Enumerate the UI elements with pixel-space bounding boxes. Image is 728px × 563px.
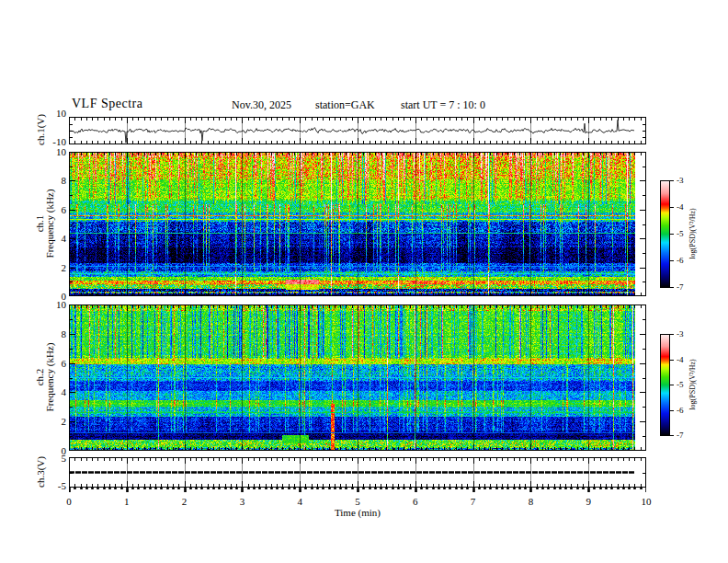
time-tick-label: 1 [110, 496, 143, 507]
spec2-ytick-label: 0 [39, 445, 66, 456]
colorbar2-tick-label: -4 [677, 355, 699, 364]
page-title: VLF Spectra [72, 98, 142, 109]
colorbar1-tick-label: -3 [677, 176, 699, 185]
time-tick-label: 5 [341, 496, 374, 507]
time-axis-title: Time (min) [302, 507, 413, 518]
ch1-spectrogram [69, 152, 646, 296]
ch1-waveform-plot [69, 117, 646, 144]
spec2-axis-title: ch.2 Frequency (kHz) [35, 343, 55, 412]
spec2-ytick-label: 10 [39, 299, 66, 310]
time-tick-label: 3 [225, 496, 258, 507]
station-label: station=GAK [315, 99, 375, 111]
colorbar1-tick-label: -5 [677, 229, 699, 238]
spec1-frequency-label: Frequency (kHz) [45, 190, 55, 259]
spec2-ytick-label: 6 [39, 358, 66, 369]
spec2-frequency-label: Frequency (kHz) [45, 343, 55, 412]
spec1-ytick-label: 4 [39, 233, 66, 244]
spec1-ytick-label: 8 [39, 175, 66, 186]
time-tick-label: 6 [399, 496, 432, 507]
spec2-ytick-label: 2 [39, 416, 66, 427]
spec1-ytick-label: 2 [39, 262, 66, 273]
colorbar1-tick-label: -7 [677, 282, 699, 292]
spec1-ytick-label: 10 [39, 146, 66, 157]
start-ut-label: start UT = 7 : 10: 0 [401, 99, 485, 111]
spec2-ytick-label: 4 [39, 386, 66, 397]
date-label: Nov.30, 2025 [232, 99, 291, 111]
colorbar2-tick-label: -7 [677, 431, 699, 440]
time-tick-label: 8 [514, 496, 547, 507]
time-tick-label: 7 [457, 496, 490, 507]
ch2-colorbar [659, 328, 676, 441]
colorbar1-tick-label: -6 [677, 256, 699, 265]
time-tick-label: 10 [630, 496, 663, 507]
ch1-wave-axis-title: ch.1(V) [36, 114, 46, 145]
colorbar2-tick-label: -3 [677, 329, 699, 339]
spec1-ytick-label: 6 [39, 204, 66, 215]
colorbar2-tick-label: -5 [677, 380, 699, 389]
ch1-colorbar [659, 175, 676, 293]
time-tick-label: 2 [168, 496, 201, 507]
ch3-waveform-plot [69, 457, 646, 494]
time-tick-label: 0 [52, 496, 85, 507]
ch3-wave-axis-title: ch.3(V) [36, 456, 46, 488]
colorbar1-tick-label: -4 [677, 202, 699, 212]
spec1-axis-title: ch.1 Frequency (kHz) [35, 190, 55, 259]
spec2-ytick-label: 8 [39, 328, 66, 339]
colorbar2-tick-label: -6 [677, 406, 699, 415]
vlf-spectra-screen: VLF Spectra Nov.30, 2025 station=GAK sta… [0, 0, 728, 563]
time-tick-label: 9 [572, 496, 605, 507]
time-tick-label: 4 [283, 496, 316, 507]
ch2-spectrogram [69, 304, 646, 451]
